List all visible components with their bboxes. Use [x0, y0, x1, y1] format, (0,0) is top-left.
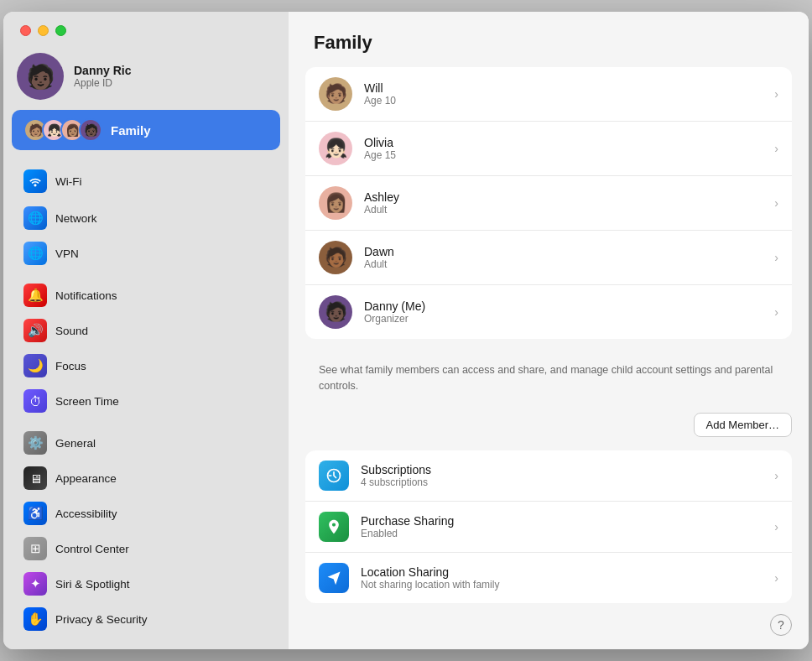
controlcenter-icon: ⊞: [23, 537, 47, 560]
service-info-subscriptions: Subscriptions 4 subscriptions: [361, 463, 431, 488]
family-description: See what family members can access and s…: [305, 352, 792, 404]
sidebar-item-family[interactable]: 🧑🏽 👧🏻 👩🏽 🧑🏿 Family: [12, 110, 280, 150]
main-content: Family 🧑🏽 Will Age 10 › 👧🏻 Olivi: [289, 12, 809, 649]
general-label: General: [55, 437, 96, 450]
user-profile[interactable]: 🧑🏿 Danny Ric Apple ID: [3, 46, 289, 110]
controlcenter-label: Control Center: [55, 543, 129, 555]
user-subtitle: Apple ID: [74, 77, 131, 89]
privacy-label: Privacy & Security: [55, 613, 148, 626]
siri-icon: ✦: [23, 572, 47, 596]
screentime-label: Screen Time: [55, 395, 119, 408]
member-avatar-dawn: 🧑🏾: [319, 241, 352, 274]
member-row-danny[interactable]: 🧑🏿 Danny (Me) Organizer ›: [305, 285, 792, 339]
minimize-button[interactable]: [38, 25, 49, 36]
accessibility-label: Accessibility: [55, 507, 117, 520]
vpn-icon: 🌐: [23, 242, 47, 265]
service-info-purchase: Purchase Sharing Enabled: [361, 514, 454, 539]
sidebar-item-screentime[interactable]: ⏱ Screen Time: [10, 383, 282, 419]
member-row-will[interactable]: 🧑🏽 Will Age 10 ›: [305, 67, 792, 122]
privacy-icon: ✋: [23, 607, 47, 631]
chevron-right-icon: ›: [774, 305, 778, 319]
close-button[interactable]: [20, 25, 31, 36]
sidebar-item-appearance[interactable]: 🖥 Appearance: [10, 461, 282, 496]
chevron-right-icon: ›: [774, 87, 778, 101]
service-row-location[interactable]: Location Sharing Not sharing location wi…: [305, 553, 792, 603]
sidebar-item-privacy[interactable]: ✋ Privacy & Security: [10, 601, 282, 637]
member-info-dawn: Dawn Adult: [364, 245, 394, 270]
focus-icon: 🌙: [23, 354, 47, 377]
screentime-icon: ⏱: [23, 389, 47, 413]
family-avatars: 🧑🏽 👧🏻 👩🏽 🧑🏿: [23, 118, 102, 142]
family-avatar-4: 🧑🏿: [79, 118, 102, 142]
member-info-olivia: Olivia Age 15: [364, 136, 396, 161]
main-title: Family: [289, 12, 809, 67]
add-member-container: Add Member…: [305, 404, 792, 450]
appearance-label: Appearance: [55, 472, 117, 485]
chevron-right-icon: ›: [774, 142, 778, 155]
siri-label: Siri & Spotlight: [55, 578, 130, 591]
sidebar-item-network[interactable]: 🌐 Network: [10, 200, 282, 236]
sidebar-item-accessibility[interactable]: ♿ Accessibility: [10, 496, 282, 531]
location-icon: [319, 563, 349, 593]
main-body: 🧑🏽 Will Age 10 › 👧🏻 Olivia Age 15 ›: [289, 67, 809, 649]
member-info-danny: Danny (Me) Organizer: [364, 299, 425, 325]
chevron-right-icon: ›: [774, 196, 778, 210]
appearance-icon: 🖥: [23, 466, 47, 490]
notifications-icon: 🔔: [23, 284, 47, 307]
member-info-ashley: Ashley Adult: [364, 190, 399, 216]
member-avatar-olivia: 👧🏻: [319, 132, 352, 165]
wifi-icon: [23, 169, 47, 193]
avatar: 🧑🏿: [17, 53, 64, 100]
member-row-olivia[interactable]: 👧🏻 Olivia Age 15 ›: [305, 122, 792, 176]
sidebar-item-notifications[interactable]: 🔔 Notifications: [10, 278, 282, 313]
user-name: Danny Ric: [74, 64, 131, 77]
chevron-right-icon: ›: [774, 520, 778, 533]
family-label: Family: [111, 123, 151, 138]
sidebar-item-sound[interactable]: 🔊 Sound: [10, 313, 282, 348]
sidebar-item-vpn[interactable]: 🌐 VPN: [10, 236, 282, 271]
add-member-button[interactable]: Add Member…: [694, 413, 792, 437]
vpn-label: VPN: [55, 247, 79, 260]
general-icon: ⚙️: [23, 431, 47, 455]
purchase-icon: [319, 512, 349, 542]
sound-icon: 🔊: [23, 319, 47, 342]
service-list: Subscriptions 4 subscriptions › Purchase…: [305, 450, 792, 603]
service-row-subscriptions[interactable]: Subscriptions 4 subscriptions ›: [305, 450, 792, 502]
notifications-label: Notifications: [55, 289, 117, 302]
member-avatar-ashley: 👩🏽: [319, 186, 352, 220]
member-avatar-danny: 🧑🏿: [319, 295, 352, 329]
network-label: Network: [55, 212, 97, 225]
service-info-location: Location Sharing Not sharing location wi…: [361, 565, 499, 591]
member-row-ashley[interactable]: 👩🏽 Ashley Adult ›: [305, 176, 792, 231]
member-row-dawn[interactable]: 🧑🏾 Dawn Adult ›: [305, 231, 792, 285]
sidebar-item-controlcenter[interactable]: ⊞ Control Center: [10, 531, 282, 566]
member-info-will: Will Age 10: [364, 81, 396, 107]
zoom-button[interactable]: [55, 25, 66, 36]
focus-label: Focus: [55, 360, 86, 372]
help-button[interactable]: ?: [770, 614, 792, 636]
sidebar-item-general[interactable]: ⚙️ General: [10, 425, 282, 461]
sidebar-item-siri[interactable]: ✦ Siri & Spotlight: [10, 566, 282, 601]
sidebar-item-wifi[interactable]: Wi-Fi: [10, 164, 282, 199]
sidebar-item-focus[interactable]: 🌙 Focus: [10, 348, 282, 383]
chevron-right-icon: ›: [774, 469, 778, 482]
network-icon: 🌐: [23, 206, 47, 230]
subscriptions-icon: [319, 461, 349, 491]
member-list: 🧑🏽 Will Age 10 › 👧🏻 Olivia Age 15 ›: [305, 67, 792, 339]
sidebar: 🧑🏿 Danny Ric Apple ID 🧑🏽 👧🏻 👩🏽 🧑🏿 Family: [3, 12, 289, 649]
user-info: Danny Ric Apple ID: [74, 64, 131, 89]
sidebar-item-desktop[interactable]: 🖥 Desktop & Dock: [10, 643, 282, 649]
accessibility-icon: ♿: [23, 502, 47, 525]
traffic-lights: [3, 12, 289, 46]
member-avatar-will: 🧑🏽: [319, 77, 352, 111]
sound-label: Sound: [55, 325, 88, 337]
wifi-label: Wi-Fi: [55, 175, 81, 188]
chevron-right-icon: ›: [774, 251, 778, 264]
service-row-purchase[interactable]: Purchase Sharing Enabled ›: [305, 502, 792, 553]
chevron-right-icon: ›: [774, 571, 778, 585]
